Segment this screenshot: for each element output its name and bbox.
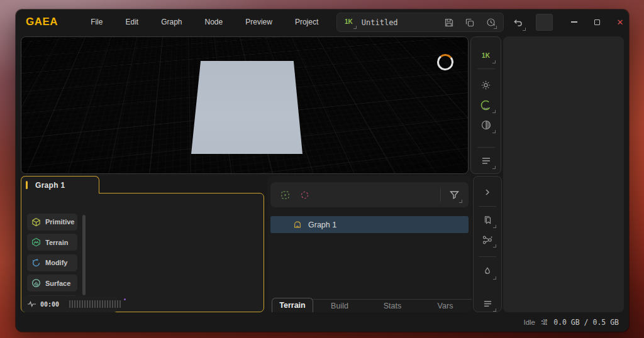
timeline-bar: 00:00 [22,296,118,312]
category-terrain[interactable]: Terrain [27,234,77,251]
menu-node[interactable]: Node [194,14,235,30]
dropdown-corner-icon [493,225,496,228]
category-surface[interactable]: Surface [27,275,77,292]
menu-edit[interactable]: Edit [114,14,150,30]
memory-icon: 10 01 [541,319,547,326]
divider [477,68,495,69]
filter-icon[interactable] [446,187,462,203]
node-graph-icon[interactable] [479,232,496,248]
dropdown-corner-icon [492,130,496,133]
menu-project[interactable]: Project [284,14,330,30]
menu-preview[interactable]: Preview [234,14,284,30]
expand-chevron-icon[interactable] [479,184,496,200]
side-toolbar [473,176,502,312]
bottom-tab-bar: Terrain Build Stats Vars [267,298,472,312]
app-window: GAEA File Edit Graph Node Preview Projec… [16,9,629,332]
tab-build[interactable]: Build [313,299,366,312]
status-state: Idle [523,319,535,326]
graph-search-bar[interactable] [270,182,469,207]
maximize-icon [594,19,600,25]
graph-list-panel: Graph 1 Terrain Build Stats Vars [267,176,472,312]
hatched-circle-icon [31,278,41,288]
dropdown-corner-icon [494,26,497,29]
cube-icon [31,217,41,227]
history-icon[interactable] [484,16,497,29]
minimize-icon [571,21,577,23]
dropdown-corner-icon [492,60,496,63]
pulse-icon [27,300,36,308]
divider [479,206,496,207]
viewport-resolution-selector[interactable]: 1K [477,47,496,63]
circle-dashed-icon[interactable] [297,188,311,202]
graph-list-item-selected[interactable]: Graph 1 [270,216,469,233]
category-modify[interactable]: Modify [27,254,77,271]
bake-drop-icon[interactable] [479,263,496,279]
document-pill: 1K Untitled [336,13,504,32]
tab-stats[interactable]: Stats [366,299,419,312]
viewport-menu-icon[interactable] [477,153,496,169]
rotate-arrow-icon [31,258,41,268]
status-bar: Idle 10 01 0.0 GB / 0.5 GB [16,313,629,332]
toolbox-scrollbar[interactable] [82,215,86,295]
mountain-icon [31,237,41,247]
terrain-plane [191,61,303,154]
active-tab-accent [26,181,28,189]
divider [440,188,441,202]
graph-canvas[interactable]: Primitive Terrain [21,193,264,313]
undo-icon[interactable] [509,14,526,31]
document-name[interactable]: Untitled [362,18,443,27]
preview-swatch[interactable] [536,14,553,31]
maximize-button[interactable] [589,14,605,30]
sun-icon[interactable] [477,77,496,93]
menu-graph[interactable]: Graph [150,14,193,30]
timeline-meter [69,300,121,308]
close-icon: ✕ [617,18,624,26]
dropdown-corner-icon [492,110,496,113]
dropdown-corner-icon [459,200,462,203]
properties-panel [503,36,624,312]
bookmarks-icon[interactable] [479,212,496,227]
divider [479,256,496,257]
memory-usage: 0.0 GB / 0.5 GB [553,318,619,327]
timeline-time: 00:00 [40,301,59,308]
app-logo: GAEA [26,16,58,28]
graph-icon [293,221,302,229]
dropdown-corner-icon [353,26,357,29]
category-primitive[interactable]: Primitive [27,214,77,231]
target-dashed-icon[interactable] [278,188,292,202]
minimize-button[interactable] [566,14,582,30]
contrast-icon[interactable] [477,117,496,133]
graph-panel: Graph 1 Primitive [21,176,264,312]
document-resolution-selector[interactable]: 1K [342,16,357,29]
menu-file[interactable]: File [79,14,114,30]
viewport-3d[interactable] [21,36,469,174]
divider [477,147,495,148]
title-bar: GAEA File Edit Graph Node Preview Projec… [16,9,629,35]
save-icon[interactable] [443,16,455,29]
dropdown-corner-icon [523,28,526,31]
dropdown-corner-icon [493,244,496,248]
lighting-toggle-icon[interactable] [477,97,496,113]
close-button[interactable]: ✕ [612,14,628,30]
viewport-toolbar: 1K [470,36,501,174]
graph-tab[interactable]: Graph 1 [21,176,99,194]
dropdown-corner-icon [492,166,496,169]
panel-menu-icon[interactable] [479,296,496,312]
dropdown-corner-icon [493,276,496,280]
duplicate-icon[interactable] [464,16,476,29]
tab-vars[interactable]: Vars [419,299,472,312]
tab-terrain[interactable]: Terrain [272,298,313,312]
dropdown-corner-icon [493,308,496,312]
